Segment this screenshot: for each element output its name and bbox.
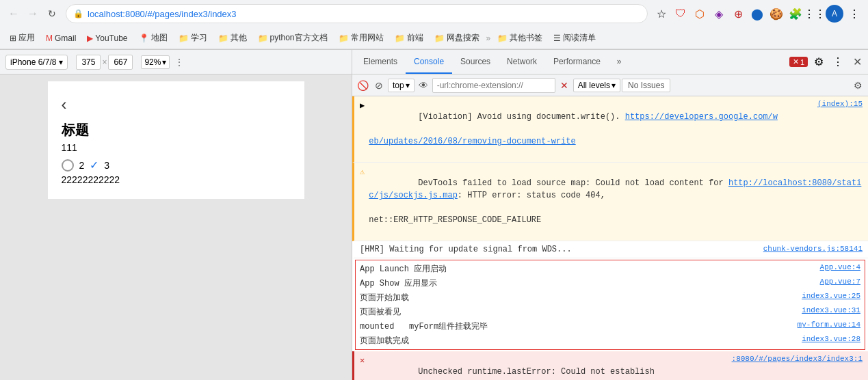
row2-source[interactable]: App.vue:7 [820, 277, 860, 286]
radio-value: 2 [79, 160, 85, 171]
extension-icon-3[interactable]: ◈ [711, 5, 727, 22]
tab-sources[interactable]: Sources [452, 50, 499, 74]
bookmark-others[interactable]: 📁 其他书签 [493, 30, 547, 46]
lock-icon: 🔒 [73, 9, 83, 18]
violation-expand-icon[interactable]: ▶ [360, 100, 365, 112]
more-bookmarks[interactable]: » [486, 33, 491, 43]
warning-link[interactable]: http://localhost:8080/static/js/sockjs.j… [369, 178, 861, 200]
maps-icon: 📍 [139, 33, 149, 43]
filter-button[interactable]: ⊘ [371, 78, 386, 93]
extensions-menu[interactable]: ⋮⋮ [806, 5, 823, 22]
device-selector[interactable]: iPhone 6/7/8 ▾ [5, 55, 68, 70]
apps-icon: ⊞ [10, 33, 16, 43]
eye-button[interactable]: 👁 [416, 78, 431, 93]
console-row-6: 页面加载完成 index3.vue:28 [357, 334, 863, 348]
row1-source[interactable]: App.vue:4 [820, 263, 860, 271]
console-row-5: mounted myForm组件挂载完毕 my-form.vue:14 [357, 319, 863, 334]
back-arrow-icon[interactable]: ‹ [62, 95, 291, 114]
extension-icon-2[interactable]: ⬡ [692, 5, 708, 22]
tab-console[interactable]: Console [406, 50, 452, 74]
devtools-tabs: Elements Console Sources Network Perform… [355, 50, 630, 74]
hmr-source[interactable]: chunk-vendors.js:58141 [757, 243, 863, 255]
height-input[interactable] [108, 55, 133, 70]
console-entry-warning: ⚠ DevTools failed to load source map: Co… [352, 163, 868, 241]
bookmark-common[interactable]: 📁 常用网站 [334, 30, 388, 46]
device-label: iPhone 6/7/8 [10, 57, 56, 67]
url-text: localhost:8080/#/pages/index3/index3 [88, 9, 640, 19]
violation-link[interactable]: https://developers.google.com/w [625, 112, 778, 122]
row5-source[interactable]: my-form.vue:14 [798, 321, 860, 329]
others-icon: 📁 [497, 33, 508, 43]
clear-console-button[interactable]: 🚫 [355, 78, 370, 93]
row3-source[interactable]: index3.vue:25 [802, 292, 860, 300]
console-row-1: App Launch 应用启动 App.vue:4 [357, 262, 863, 276]
context-label: top [393, 81, 404, 90]
form-long-text: 22222222222 [62, 174, 291, 185]
address-bar[interactable]: 🔒 localhost:8080/#/pages/index3/index3 [66, 4, 648, 23]
extension-icon-1[interactable]: 🛡 [672, 5, 689, 22]
bookmark-readinglist[interactable]: ☰ 阅读清单 [549, 30, 600, 46]
violation-text: [Violation] Avoid using document.write()… [369, 98, 806, 160]
common-icon: 📁 [339, 33, 349, 43]
devtools-close-button[interactable]: ✕ [849, 54, 865, 70]
row1-text: App Launch 应用启动 [360, 263, 820, 275]
mobile-frame: ‹ 标题 111 2 ✓ 3 22222222222 [48, 81, 304, 199]
settings-button[interactable]: ⚙ [811, 54, 827, 70]
tab-elements[interactable]: Elements [355, 50, 406, 74]
chevron-down-icon: ▾ [59, 57, 63, 67]
row5-text: mounted myForm组件挂载完毕 [360, 321, 798, 332]
bookmark-maps[interactable]: 📍 地图 [135, 30, 172, 46]
extension-icon-6[interactable]: 🍪 [768, 5, 785, 22]
devtools-more-button[interactable]: ⋮ [830, 54, 846, 70]
back-button[interactable]: ← [5, 5, 22, 22]
bookmark-button[interactable]: ☆ [653, 5, 670, 22]
zoom-selector[interactable]: 92% ▾ [141, 55, 170, 69]
row6-text: 页面加载完成 [360, 335, 802, 347]
radio-button[interactable] [62, 159, 74, 172]
profile-avatar[interactable]: A [826, 5, 843, 23]
violation-source[interactable]: (index):15 [811, 98, 863, 110]
width-input[interactable] [76, 55, 101, 70]
extension-icon-5[interactable]: ⬤ [749, 5, 765, 22]
forward-button[interactable]: → [25, 5, 41, 22]
no-issues-label: No Issues [622, 79, 670, 92]
zoom-label: 92% [144, 57, 161, 67]
error-icon: ✕ [793, 57, 799, 66]
bookmark-gmail[interactable]: M Gmail [42, 31, 80, 45]
bookmark-apps[interactable]: ⊞ 应用 [5, 30, 39, 46]
row4-source[interactable]: index3.vue:31 [802, 306, 860, 314]
row6-source[interactable]: index3.vue:28 [802, 335, 860, 343]
bookmarks-bar: ⊞ 应用 M Gmail ▶ YouTube 📍 地图 📁 学习 📁 其他 📁 … [0, 27, 868, 49]
reload-button[interactable]: ↻ [44, 5, 60, 22]
warning-icon: ⚠ [360, 166, 365, 178]
clear-filter-button[interactable]: ✕ [557, 78, 572, 93]
console-entry-violation: ▶ [Violation] Avoid using document.write… [352, 96, 868, 163]
error-source[interactable]: :8080/#/pages/index3/index3:1 [725, 353, 863, 365]
more-options-icon[interactable]: ⋮ [175, 57, 183, 67]
violation-link2[interactable]: eb/updates/2016/08/removing-document-wri… [369, 137, 575, 146]
extension-icon-4[interactable]: ⊕ [730, 5, 746, 22]
tab-network[interactable]: Network [499, 50, 545, 74]
chrome-menu[interactable]: ⋮ [846, 5, 863, 22]
filter-input[interactable] [432, 78, 555, 93]
console-row-2: App Show 应用显示 App.vue:7 [357, 276, 863, 290]
bookmark-frontend[interactable]: 📁 前端 [391, 30, 428, 46]
bookmark-study[interactable]: 📁 学习 [174, 30, 211, 46]
extension-icon-7[interactable]: 🧩 [787, 5, 804, 22]
console-entry-hmr: [HMR] Waiting for update signal from WDS… [352, 241, 868, 258]
checkbox-icon[interactable]: ✓ [90, 159, 98, 172]
error-entry-icon: ✕ [360, 355, 365, 367]
bookmark-other[interactable]: 📁 其他 [214, 30, 251, 46]
tab-performance[interactable]: Performance [545, 50, 609, 74]
context-selector[interactable]: top ▾ [388, 79, 415, 92]
bookmark-youtube[interactable]: ▶ YouTube [83, 31, 131, 45]
gmail-icon: M [46, 33, 53, 43]
levels-selector[interactable]: All levels ▾ [573, 79, 620, 92]
checkbox-value: 3 [104, 160, 109, 171]
error-text: Unchecked runtime.lastError: Could not e… [369, 353, 720, 380]
study-icon: 📁 [179, 33, 189, 43]
bookmark-netdisk[interactable]: 📁 网盘搜索 [430, 30, 484, 46]
tab-more[interactable]: » [609, 50, 630, 74]
bookmark-python[interactable]: 📁 python官方文档 [254, 30, 332, 46]
console-settings-button[interactable]: ⚙ [850, 78, 865, 93]
